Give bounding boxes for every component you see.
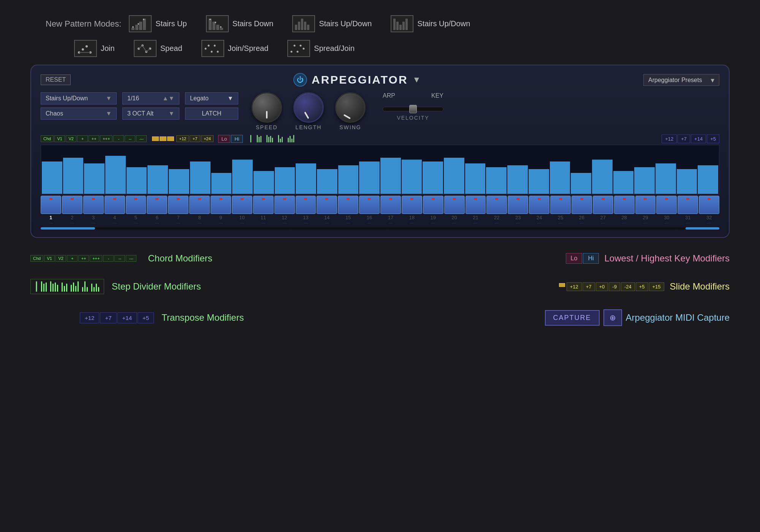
bar-32[interactable]	[698, 165, 718, 194]
arp-dropdown-arrow[interactable]: ▼	[413, 75, 421, 85]
step-btn-16[interactable]	[359, 196, 380, 214]
step-btn-23[interactable]	[508, 196, 528, 214]
slide-mod-24[interactable]: +24	[201, 135, 214, 142]
chord-mod-chd[interactable]: Chd	[41, 135, 54, 142]
mode-item-stairs-down[interactable]: Stairs Down	[206, 15, 274, 32]
bar-6[interactable]	[147, 165, 168, 194]
bar-18[interactable]	[402, 160, 422, 194]
bar-chart[interactable]	[41, 145, 719, 194]
step-btn-26[interactable]	[572, 196, 592, 214]
bar-26[interactable]	[571, 173, 591, 194]
bar-24[interactable]	[529, 169, 549, 194]
lo-button[interactable]: Lo	[218, 135, 230, 143]
mode-item-join-spread[interactable]: Join/Spread	[201, 40, 269, 57]
step-btn-32[interactable]	[699, 196, 719, 214]
step-btn-7[interactable]	[168, 196, 188, 214]
bar-11[interactable]	[253, 171, 274, 194]
step-btn-21[interactable]	[466, 196, 486, 214]
step-btn-20[interactable]	[444, 196, 465, 214]
step-btn-9[interactable]	[211, 196, 231, 214]
bar-2[interactable]	[63, 158, 84, 194]
bar-16[interactable]	[359, 162, 380, 194]
speed-knob[interactable]	[252, 92, 282, 123]
bar-12[interactable]	[275, 167, 295, 194]
step-btn-2[interactable]	[62, 196, 82, 214]
step-btn-29[interactable]	[635, 196, 656, 214]
reset-button[interactable]: RESET	[41, 74, 71, 85]
step-btn-30[interactable]	[656, 196, 677, 214]
bar-22[interactable]	[486, 167, 507, 194]
chord-mod-plusplusplus[interactable]: +++	[100, 135, 112, 142]
step-btn-1[interactable]	[41, 196, 61, 214]
step-btn-14[interactable]	[317, 196, 337, 214]
chord-mod-plus[interactable]: +	[77, 135, 88, 142]
step-btn-10[interactable]	[232, 196, 252, 214]
velocity-slider-thumb[interactable]	[409, 105, 417, 113]
step-btn-5[interactable]	[126, 196, 146, 214]
bar-19[interactable]	[423, 162, 443, 194]
step-btn-22[interactable]	[486, 196, 507, 214]
capture-button[interactable]: CAPTURE	[545, 310, 600, 326]
chord-mod-minusminusminus[interactable]: ---	[136, 135, 147, 142]
bar-4[interactable]	[105, 156, 126, 194]
preset-dropdown[interactable]: Arpeggiator Presets	[643, 74, 719, 86]
mode-item-stairs-up[interactable]: Stairs Up	[129, 15, 187, 32]
bar-25[interactable]	[550, 162, 570, 194]
bar-10[interactable]	[232, 160, 253, 194]
step-btn-13[interactable]	[296, 196, 316, 214]
step-btn-24[interactable]	[529, 196, 549, 214]
bar-27[interactable]	[592, 160, 613, 194]
octave-select[interactable]: 3 OCT Alt ▼	[122, 108, 179, 120]
bar-14[interactable]	[317, 169, 337, 194]
power-button[interactable]: ⏻	[293, 73, 307, 87]
bar-28[interactable]	[613, 171, 634, 194]
division-select[interactable]: 1/16 ▲▼	[122, 92, 179, 104]
chaos-select[interactable]: Chaos ▼	[41, 108, 117, 120]
chord-mod-minusminus[interactable]: --	[125, 135, 135, 142]
chord-mod-v2[interactable]: V2	[66, 135, 76, 142]
bar-13[interactable]	[296, 163, 316, 194]
step-btn-27[interactable]	[593, 196, 613, 214]
trans-7[interactable]: +7	[678, 135, 690, 143]
step-btn-3[interactable]	[83, 196, 104, 214]
step-btn-19[interactable]	[423, 196, 443, 214]
slide-mod-7[interactable]: +7	[190, 135, 200, 142]
mode-item-join[interactable]: Join	[74, 40, 115, 57]
bar-8[interactable]	[190, 162, 211, 194]
step-btn-25[interactable]	[550, 196, 571, 214]
pattern-select[interactable]: Stairs Up/Down ▼	[41, 92, 117, 104]
step-btn-8[interactable]	[189, 196, 210, 214]
step-btn-17[interactable]	[380, 196, 401, 214]
step-btn-31[interactable]	[678, 196, 698, 214]
mode-item-spread-join[interactable]: Spread/Join	[287, 40, 355, 57]
bar-9[interactable]	[211, 173, 232, 194]
step-btn-15[interactable]	[338, 196, 358, 214]
mode-item-spead[interactable]: Spead	[134, 40, 182, 57]
length-knob[interactable]	[293, 92, 324, 123]
bar-23[interactable]	[507, 165, 528, 194]
step-btn-18[interactable]	[402, 196, 422, 214]
chord-mod-minus[interactable]: -	[113, 135, 124, 142]
trans-5[interactable]: +5	[707, 135, 719, 143]
bar-5[interactable]	[127, 167, 147, 194]
step-btn-4[interactable]	[104, 196, 125, 214]
bar-29[interactable]	[634, 167, 655, 194]
slide-mod-12[interactable]: +12	[176, 135, 189, 142]
bar-3[interactable]	[84, 163, 104, 194]
chord-mod-v1[interactable]: V1	[54, 135, 65, 142]
capture-plus-button[interactable]: ⊕	[603, 309, 622, 326]
bar-15[interactable]	[338, 165, 359, 194]
bar-20[interactable]	[444, 158, 464, 194]
velocity-slider-track[interactable]	[383, 107, 443, 111]
mode-item-stairs-updown[interactable]: Stairs Up/Down	[292, 15, 372, 32]
mode-item-stairs-updown2[interactable]: Stairs Up/Down	[391, 15, 470, 32]
bar-30[interactable]	[656, 163, 676, 194]
swing-knob[interactable]	[335, 92, 366, 123]
chord-mod-plusplus[interactable]: ++	[89, 135, 99, 142]
legato-select[interactable]: Legato ▼	[185, 92, 238, 104]
bar-31[interactable]	[677, 169, 697, 194]
step-btn-6[interactable]	[147, 196, 167, 214]
bar-21[interactable]	[465, 163, 486, 194]
trans-14[interactable]: +14	[691, 135, 706, 143]
bar-7[interactable]	[169, 169, 189, 194]
